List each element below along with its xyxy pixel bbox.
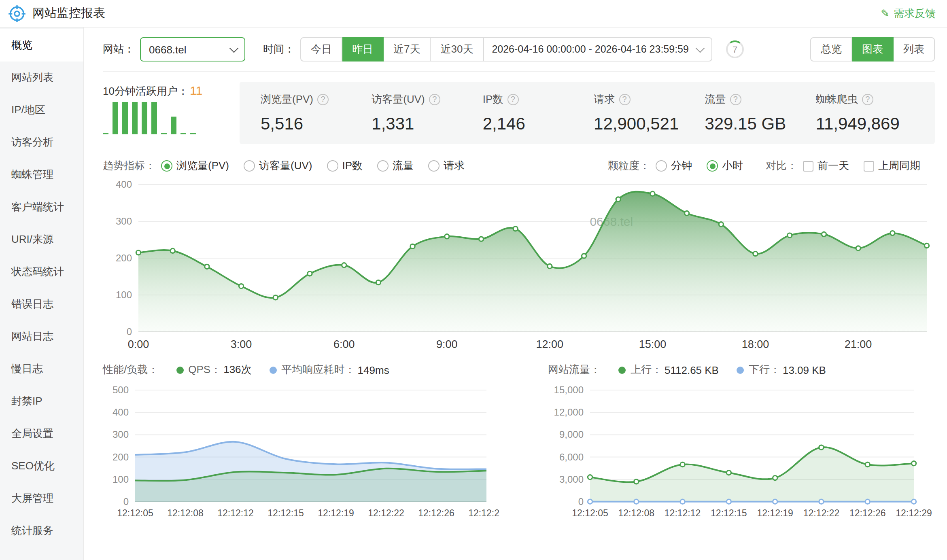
- stat-value: 12,900,521: [594, 114, 705, 134]
- trend-controls: 趋势指标： 浏览量(PV) 访客量(UV) IP数 流量 请求 颗粒度： 分钟 …: [103, 159, 935, 173]
- sidebar-item[interactable]: 错误日志: [0, 288, 83, 320]
- trend-metric-radio[interactable]: 访客量(UV): [244, 159, 312, 173]
- radio-icon: [428, 160, 440, 172]
- stat-label: 请求: [594, 92, 615, 107]
- help-icon[interactable]: ?: [317, 94, 329, 105]
- svg-text:300: 300: [116, 216, 132, 227]
- traffic-chart[interactable]: 03,0006,0009,00012,00015,00012:12:0512:1…: [548, 384, 935, 521]
- stat-value: 5,516: [261, 114, 372, 134]
- sidebar-item[interactable]: 统计服务: [0, 515, 83, 547]
- svg-text:400: 400: [116, 179, 132, 190]
- main-content: 网站： 0668.tel 时间： 今日昨日近7天近30天 2026-04-16 …: [84, 28, 947, 560]
- svg-text:0: 0: [123, 496, 129, 507]
- feedback-link[interactable]: ✎ 需求反馈: [881, 6, 936, 21]
- view-mode-button[interactable]: 总览: [810, 37, 852, 62]
- view-mode-button[interactable]: 列表: [894, 37, 935, 62]
- sidebar-item[interactable]: 客户端统计: [0, 191, 83, 223]
- trend-metric-radio[interactable]: 浏览量(PV): [161, 159, 229, 173]
- refresh-countdown-badge: 7: [725, 40, 745, 59]
- help-icon[interactable]: ?: [730, 94, 741, 105]
- time-range-button[interactable]: 昨日: [342, 37, 384, 62]
- svg-text:12:12:26: 12:12:26: [849, 508, 886, 518]
- pv-trend-chart[interactable]: 01002003004000:003:006:009:0012:0015:001…: [103, 176, 935, 353]
- time-range-controls: 今日昨日近7天近30天 2026-04-16 00:00:00 - 2026-0…: [300, 37, 712, 62]
- upstream-legend-item[interactable]: 上行： 5112.65 KB: [618, 363, 719, 377]
- compare-checkbox[interactable]: 上周同期: [864, 159, 920, 173]
- date-range-picker[interactable]: 2026-04-16 00:00:00 - 2026-04-16 23:59:5…: [484, 37, 712, 62]
- svg-text:12:12:19: 12:12:19: [318, 508, 354, 518]
- time-range-buttons: 今日昨日近7天近30天: [300, 37, 484, 62]
- trend-metric-radio[interactable]: 流量: [377, 159, 414, 173]
- stat-label: 蜘蛛爬虫: [816, 92, 858, 107]
- kpi-panel: 浏览量(PV) ? 5,516 访客量(UV) ? 1,331 IP数 ? 2,…: [240, 82, 935, 144]
- sidebar-item[interactable]: 访客分析: [0, 126, 83, 159]
- svg-text:12:12:29: 12:12:29: [468, 508, 499, 518]
- edit-icon: ✎: [881, 7, 890, 19]
- svg-text:3,000: 3,000: [559, 474, 584, 485]
- svg-text:9:00: 9:00: [436, 338, 458, 350]
- svg-text:12:12:15: 12:12:15: [268, 508, 304, 518]
- stat-value: 11,949,869: [816, 114, 927, 134]
- help-icon[interactable]: ?: [862, 94, 873, 105]
- svg-text:12:12:19: 12:12:19: [757, 508, 793, 518]
- trend-metric-radio[interactable]: IP数: [327, 159, 363, 173]
- trend-metric-radio[interactable]: 请求: [428, 159, 465, 173]
- active-users-bar-chart: [103, 99, 200, 138]
- svg-text:200: 200: [113, 452, 129, 462]
- sidebar-item[interactable]: 全局设置: [0, 418, 83, 450]
- green-dot-icon: [618, 366, 626, 373]
- svg-text:21:00: 21:00: [845, 338, 872, 350]
- sidebar-item[interactable]: URI/来源: [0, 223, 83, 256]
- traffic-label: 网站流量：: [548, 363, 601, 377]
- sidebar-item[interactable]: 概览: [0, 29, 83, 62]
- svg-text:0: 0: [578, 496, 584, 507]
- svg-text:15:00: 15:00: [639, 338, 667, 350]
- blue-dot-icon: [737, 366, 744, 373]
- svg-text:6,000: 6,000: [559, 452, 584, 462]
- view-mode-button[interactable]: 图表: [852, 37, 894, 62]
- svg-text:500: 500: [113, 384, 129, 395]
- svg-text:12:12:26: 12:12:26: [418, 508, 454, 518]
- response-time-value: 149ms: [358, 364, 389, 376]
- time-range-button[interactable]: 近30天: [431, 37, 484, 62]
- sidebar-item[interactable]: SEO优化: [0, 450, 83, 482]
- checkbox-icon: [864, 161, 874, 171]
- sidebar-item[interactable]: IP/地区: [0, 94, 83, 126]
- help-icon[interactable]: ?: [619, 94, 630, 105]
- time-range-button[interactable]: 今日: [300, 37, 342, 62]
- time-range-button[interactable]: 近7天: [384, 37, 431, 62]
- stat-column: IP数 ? 2,146: [483, 92, 594, 134]
- granularity-radio[interactable]: 小时: [707, 159, 743, 173]
- blue-dot-icon: [270, 366, 277, 373]
- traffic-chart-box: 网站流量： 上行： 5112.65 KB 下行： 13.09 KB 03,000…: [548, 363, 935, 521]
- performance-chart[interactable]: 010020030040050012:12:0512:12:0812:12:12…: [103, 384, 499, 521]
- qps-legend-item[interactable]: QPS： 136次: [176, 363, 251, 377]
- stat-label: 浏览量(PV): [261, 92, 313, 107]
- stats-row: 10分钟活跃用户：11 浏览量(PV) ? 5,516 访客量(UV) ? 1,…: [103, 82, 935, 144]
- svg-text:3:00: 3:00: [231, 338, 252, 350]
- help-icon[interactable]: ?: [507, 94, 518, 105]
- sidebar-item[interactable]: 大屏管理: [0, 482, 83, 515]
- sidebar-item[interactable]: 蜘蛛管理: [0, 159, 83, 191]
- svg-text:12:12:22: 12:12:22: [368, 508, 404, 518]
- help-icon[interactable]: ?: [429, 94, 440, 105]
- radio-icon: [161, 160, 172, 172]
- sidebar-item[interactable]: 网站日志: [0, 320, 83, 353]
- response-time-legend-item[interactable]: 平均响应耗时： 149ms: [270, 363, 389, 377]
- granularity-radio[interactable]: 分钟: [656, 159, 692, 173]
- downstream-legend-item[interactable]: 下行： 13.09 KB: [737, 363, 826, 377]
- svg-text:12:12:29: 12:12:29: [896, 508, 932, 518]
- stat-value: 329.15 GB: [705, 114, 815, 134]
- sidebar-item[interactable]: 网站列表: [0, 62, 83, 94]
- performance-legend: 性能/负载： QPS： 136次 平均响应耗时： 149ms: [103, 363, 499, 377]
- sidebar-item[interactable]: 封禁IP: [0, 385, 83, 418]
- svg-text:6:00: 6:00: [333, 338, 355, 350]
- svg-text:100: 100: [113, 474, 129, 485]
- site-select[interactable]: 0668.tel: [140, 37, 245, 62]
- compare-checkbox[interactable]: 前一天: [803, 159, 849, 173]
- svg-text:100: 100: [116, 289, 132, 300]
- sidebar-item[interactable]: 状态码统计: [0, 256, 83, 288]
- sidebar-item[interactable]: 慢日志: [0, 353, 83, 385]
- stat-value: 2,146: [483, 114, 594, 134]
- trend-metric-group: 浏览量(PV) 访客量(UV) IP数 流量 请求: [161, 159, 479, 173]
